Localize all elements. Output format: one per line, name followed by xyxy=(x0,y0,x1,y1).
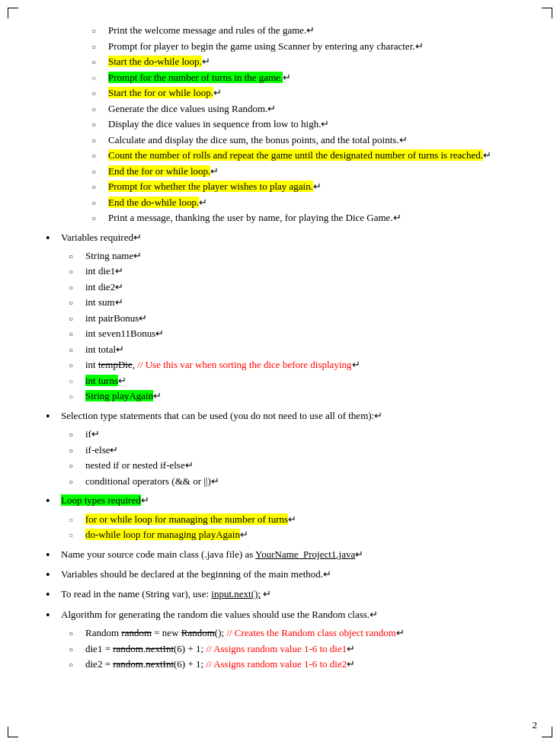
random-algo-section: • Algorithm for generating the random di… xyxy=(46,607,514,624)
content: ○ Print the welcome message and rules of… xyxy=(46,15,514,672)
list-item: ○ Prompt for whether the player wishes t… xyxy=(91,179,514,194)
bullet-dot-icon: • xyxy=(46,493,58,510)
circle-bullet-icon: ○ xyxy=(69,476,82,488)
circle-bullet-icon: ○ xyxy=(69,282,82,293)
item-text: conditional operators (&& or ||)↵ xyxy=(85,474,514,489)
item-text: int die2↵ xyxy=(85,280,514,295)
circle-bullet-icon: ○ xyxy=(91,41,105,53)
circle-bullet-icon: ○ xyxy=(69,313,82,325)
list-item: ○ Start the for or while loop.↵ xyxy=(91,85,514,101)
list-item: ○ Print the welcome message and rules of… xyxy=(91,23,514,38)
item-text: int tempDie, // Use this var when sortin… xyxy=(85,357,514,372)
page-number: 2 xyxy=(533,719,538,731)
item-text: String name↵ xyxy=(85,248,514,264)
list-item: ○ die2 = random.nextInt(6) + 1; // Assig… xyxy=(69,657,514,672)
item-text: if↵ xyxy=(85,427,514,442)
item-text: die2 = random.nextInt(6) + 1; // Assigns… xyxy=(85,657,514,672)
item-text: End the for or while loop.↵ xyxy=(108,164,514,179)
circle-bullet-icon: ○ xyxy=(69,659,82,670)
circle-bullet-icon: ○ xyxy=(69,344,82,356)
bullet-dot-icon: • xyxy=(46,567,58,584)
corner-bl xyxy=(8,727,18,737)
item-text: Start the do-while loop.↵ xyxy=(108,54,514,69)
circle-bullet-icon: ○ xyxy=(69,391,82,402)
circle-bullet-icon: ○ xyxy=(69,644,82,655)
circle-bullet-icon: ○ xyxy=(91,56,105,68)
read-name-section: • To read in the name (String var), use:… xyxy=(46,587,514,603)
list-item: ○ int seven11Bonus↵ xyxy=(69,326,514,341)
item-text: die1 = random.nextInt(6) + 1; // Assigns… xyxy=(85,641,514,657)
list-item: ○ End the do-while loop.↵ xyxy=(91,195,514,210)
corner-tl xyxy=(8,8,18,18)
list-item: ○ int turns↵ xyxy=(69,373,514,388)
random-algo-list: ○ Random random = new Random(); // Creat… xyxy=(69,625,514,672)
page: ○ Print the welcome message and rules of… xyxy=(0,0,560,745)
list-item: ○ String name↵ xyxy=(69,248,514,264)
circle-bullet-icon: ○ xyxy=(91,25,105,37)
list-item: ○ conditional operators (&& or ||)↵ xyxy=(69,474,514,489)
selection-label: Selection type statements that can be us… xyxy=(61,408,514,424)
loop-types-list: ○ for or while loop for managing the num… xyxy=(69,512,514,542)
item-text: Generate the dice values using Random.↵ xyxy=(108,101,514,117)
circle-bullet-icon: ○ xyxy=(69,429,82,440)
circle-bullet-icon: ○ xyxy=(91,150,105,161)
bullet-dot-icon: • xyxy=(46,230,58,247)
list-item: ○ int pairBonus↵ xyxy=(69,311,514,326)
circle-bullet-icon: ○ xyxy=(69,376,82,387)
corner-tr xyxy=(542,8,552,18)
list-item: ○ End the for or while loop.↵ xyxy=(91,164,514,179)
item-text: int sum↵ xyxy=(85,295,514,310)
circle-bullet-icon: ○ xyxy=(91,213,105,224)
list-item: ○ for or while loop for managing the num… xyxy=(69,512,514,527)
list-item: ○ die1 = random.nextInt(6) + 1; // Assig… xyxy=(69,641,514,657)
circle-bullet-icon: ○ xyxy=(69,251,82,262)
list-item: ○ if↵ xyxy=(69,427,514,442)
item-text: int seven11Bonus↵ xyxy=(85,326,514,341)
list-item: ○ int tempDie, // Use this var when sort… xyxy=(69,357,514,372)
circle-bullet-icon: ○ xyxy=(69,514,82,526)
circle-bullet-icon: ○ xyxy=(69,297,82,309)
loop-types-label: Loop types required↵ xyxy=(61,493,514,508)
circle-bullet-icon: ○ xyxy=(69,628,82,639)
item-text: Prompt for whether the player wishes to … xyxy=(108,179,514,194)
bullet-dot-icon: • xyxy=(46,587,58,603)
circle-bullet-icon: ○ xyxy=(91,197,105,209)
variables-section: • Variables required↵ xyxy=(46,230,514,247)
list-item: ○ Prompt for player to begin the game us… xyxy=(91,39,514,54)
item-text: int total↵ xyxy=(85,342,514,357)
random-algo-label: Algorithm for generating the random die … xyxy=(61,607,514,622)
circle-bullet-icon: ○ xyxy=(91,88,105,99)
list-item: ○ do-while loop for managing playAgain↵ xyxy=(69,527,514,542)
item-text: Prompt for player to begin the game usin… xyxy=(108,39,514,54)
circle-bullet-icon: ○ xyxy=(69,460,82,472)
list-item: ○ Prompt for the number of turns in the … xyxy=(91,70,514,85)
variables-declared-label: Variables should be declared at the begi… xyxy=(61,567,514,582)
variables-list: ○ String name↵ ○ int die1↵ ○ int die2↵ ○… xyxy=(69,248,514,404)
circle-bullet-icon: ○ xyxy=(69,360,82,371)
circle-bullet-icon: ○ xyxy=(91,181,105,193)
read-name-label: To read in the name (String var), use: i… xyxy=(61,587,514,602)
list-item: ○ Calculate and display the dice sum, th… xyxy=(91,133,514,148)
item-text: do-while loop for managing playAgain↵ xyxy=(85,527,514,542)
item-text: int turns↵ xyxy=(85,373,514,388)
item-text: Prompt for the number of turns in the ga… xyxy=(108,70,514,85)
list-item: ○ String playAgain↵ xyxy=(69,388,514,404)
item-text: Calculate and display the dice sum, the … xyxy=(108,133,514,148)
item-text: End the do-while loop.↵ xyxy=(108,195,514,210)
variables-label: Variables required↵ xyxy=(61,230,514,245)
item-text: Print a message, thanking the user by na… xyxy=(108,210,514,225)
list-item: ○ Print a message, thanking the user by … xyxy=(91,210,514,225)
selection-list: ○ if↵ ○ if-else↵ ○ nested if or nested i… xyxy=(69,427,514,488)
item-text: int pairBonus↵ xyxy=(85,311,514,326)
item-text: String playAgain↵ xyxy=(85,388,514,404)
list-item: ○ int die2↵ xyxy=(69,280,514,295)
item-text: int die1↵ xyxy=(85,264,514,279)
circle-bullet-icon: ○ xyxy=(91,104,105,115)
circle-bullet-icon: ○ xyxy=(91,166,105,177)
list-item: ○ int die1↵ xyxy=(69,264,514,279)
item-text: nested if or nested if-else↵ xyxy=(85,458,514,473)
list-item: ○ if-else↵ xyxy=(69,443,514,458)
list-item: ○ nested if or nested if-else↵ xyxy=(69,458,514,473)
list-item: ○ Display the dice values in sequence fr… xyxy=(91,117,514,132)
bullet-dot-icon: • xyxy=(46,547,58,564)
